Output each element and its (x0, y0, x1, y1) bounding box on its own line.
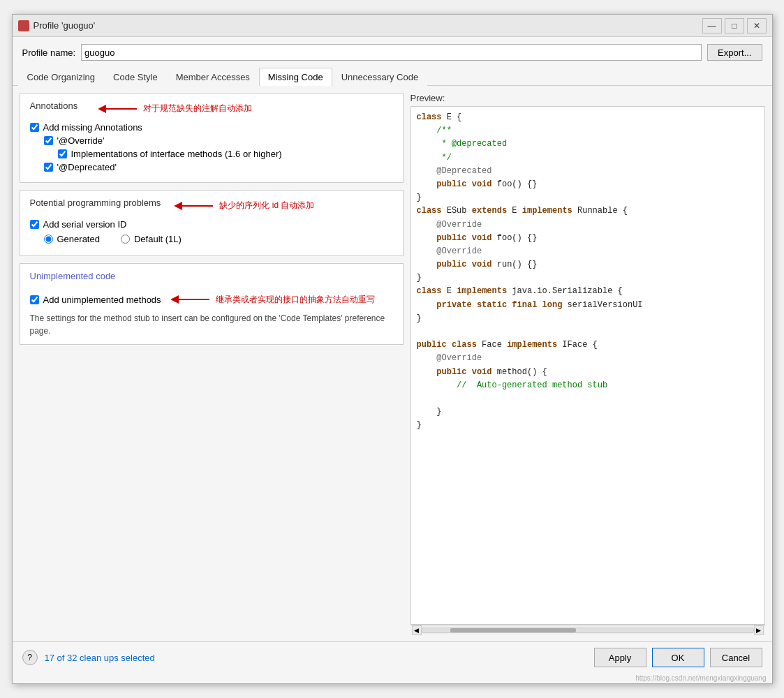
maximize-button[interactable]: □ (725, 18, 744, 34)
unimplemented-title: Unimplemented code (30, 271, 116, 281)
ok-button[interactable]: OK (652, 648, 704, 667)
tab-member-accesses[interactable]: Member Accesses (167, 68, 259, 86)
add-unimplemented-checkbox[interactable] (30, 295, 39, 304)
main-content: Annotations 对于规范缺失的注解自动添加 (13, 86, 772, 641)
minimize-button[interactable]: — (702, 18, 722, 34)
scroll-thumb[interactable] (450, 628, 576, 632)
add-unimplemented-row: Add unimplemented methods (30, 295, 161, 305)
generated-radio-item: Generated (44, 234, 100, 244)
profile-name-input[interactable] (81, 44, 702, 61)
scroll-right-arrow[interactable]: ▶ (754, 625, 764, 635)
add-serial-row: Add serial version ID (30, 219, 393, 230)
arrow-icon-potential (175, 199, 216, 213)
annotations-section: Annotations 对于规范缺失的注解自动添加 (20, 93, 404, 183)
right-panel: Preview: class E { /** * @deprecated */ … (411, 93, 765, 634)
add-serial-checkbox[interactable] (30, 220, 39, 229)
left-panel: Annotations 对于规范缺失的注解自动添加 (20, 93, 404, 634)
annotations-note: 对于规范缺失的注解自动添加 (143, 103, 252, 114)
override-row: '@Override' (44, 135, 393, 146)
watermark: https://blog.csdn.net/mengxiangxingguang (13, 673, 772, 683)
profile-name-label: Profile name: (22, 47, 76, 58)
profile-row: Profile name: Export... (13, 37, 772, 68)
implementations-checkbox[interactable] (58, 149, 67, 158)
annotations-title: Annotations (30, 101, 78, 111)
default-radio-item: Default (1L) (121, 234, 182, 244)
apply-button[interactable]: Apply (594, 648, 646, 667)
unimplemented-note: 继承类或者实现的接口的抽象方法自动重写 (216, 294, 375, 306)
tabs-bar: Code Organizing Code Style Member Access… (13, 68, 772, 86)
potential-title: Potential programming problems (30, 198, 161, 208)
potential-section: Potential programming problems 缺少的序列化 id… (20, 190, 404, 256)
implementations-row: Implementations of interface methods (1.… (58, 149, 393, 159)
arrow-icon-annotations (98, 102, 140, 116)
unimplemented-desc: The settings for the method stub to inse… (30, 312, 393, 337)
main-window: Profile 'guoguo' — □ ✕ Profile name: Exp… (12, 14, 773, 684)
window-icon (18, 20, 29, 31)
export-button[interactable]: Export... (707, 44, 762, 61)
close-button[interactable]: ✕ (747, 18, 767, 34)
add-missing-annotations-label: Add missing Annotations (43, 122, 142, 133)
scroll-left-arrow[interactable]: ◀ (412, 625, 422, 635)
implementations-label: Implementations of interface methods (1.… (71, 149, 282, 159)
override-checkbox[interactable] (44, 136, 53, 145)
bottom-bar: ? 17 of 32 clean ups selected Apply OK C… (13, 641, 772, 673)
add-missing-annotations-row: Add missing Annotations (30, 122, 393, 133)
horizontal-scrollbar[interactable]: ◀ ▶ (411, 625, 765, 634)
tab-code-style[interactable]: Code Style (104, 68, 167, 86)
tab-missing-code[interactable]: Missing Code (259, 68, 332, 86)
deprecated-row: '@Deprecated' (44, 162, 393, 172)
generated-radio[interactable] (44, 235, 53, 244)
tab-unnecessary-code[interactable]: Unnecessary Code (332, 68, 428, 86)
scroll-track (422, 628, 754, 633)
code-preview: class E { /** * @deprecated */ @Deprecat… (411, 106, 765, 625)
bottom-buttons: Apply OK Cancel (594, 648, 762, 667)
unimplemented-section: Unimplemented code Add unimplemented met… (20, 263, 404, 345)
add-serial-label: Add serial version ID (43, 219, 127, 230)
arrow-icon-unimplemented (171, 292, 213, 306)
add-unimplemented-label: Add unimplemented methods (43, 295, 161, 305)
radio-row: Generated Default (1L) (44, 234, 393, 244)
potential-note: 缺少的序列化 id 自动添加 (219, 200, 314, 211)
deprecated-checkbox[interactable] (44, 163, 53, 172)
preview-label: Preview: (411, 93, 765, 103)
deprecated-label: '@Deprecated' (57, 162, 117, 172)
default-label: Default (1L) (134, 234, 182, 244)
override-label: '@Override' (57, 135, 105, 146)
add-missing-annotations-checkbox[interactable] (30, 123, 39, 132)
help-button[interactable]: ? (22, 650, 38, 665)
default-radio[interactable] (121, 235, 130, 244)
window-controls: — □ ✕ (702, 18, 767, 34)
title-bar: Profile 'guoguo' — □ ✕ (13, 15, 772, 37)
status-text: 17 of 32 clean ups selected (45, 653, 155, 663)
cancel-button[interactable]: Cancel (710, 648, 762, 667)
tab-code-organizing[interactable]: Code Organizing (18, 68, 105, 86)
window-title: Profile 'guoguo' (34, 20, 702, 31)
generated-label: Generated (57, 234, 100, 244)
